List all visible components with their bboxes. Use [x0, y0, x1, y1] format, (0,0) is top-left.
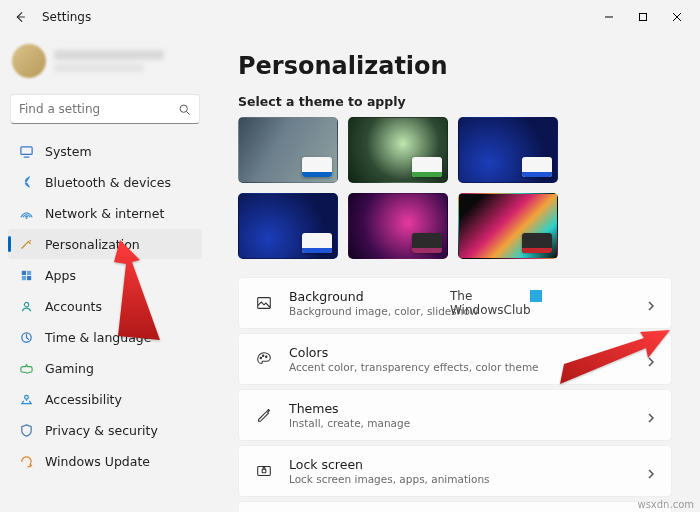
sidebar-item-time-language[interactable]: Time & language: [8, 322, 202, 352]
setting-subtitle: Install, create, manage: [289, 417, 631, 429]
minimize-button[interactable]: [592, 3, 626, 31]
svg-rect-7: [26, 275, 30, 279]
setting-row-colors[interactable]: ColorsAccent color, transparency effects…: [238, 333, 672, 385]
nav-label: Privacy & security: [45, 423, 158, 438]
search-input[interactable]: [19, 102, 178, 116]
back-arrow-icon: [13, 10, 27, 24]
page-title: Personalization: [238, 52, 672, 80]
nav-icon: [18, 267, 34, 283]
theme-thumbnail[interactable]: [238, 117, 338, 183]
theme-thumbnail[interactable]: [238, 193, 338, 259]
user-account-block[interactable]: [8, 38, 202, 90]
colors-icon: [253, 348, 275, 370]
setting-row-background[interactable]: BackgroundBackground image, color, slide…: [238, 277, 672, 329]
svg-point-14: [266, 356, 267, 357]
nav-icon: [18, 143, 34, 159]
themes-grid: [238, 117, 672, 259]
setting-row-keyboard[interactable]: Touch keyboardThemes, size: [238, 501, 672, 512]
svg-point-12: [260, 357, 261, 358]
maximize-button[interactable]: [626, 3, 660, 31]
back-button[interactable]: [6, 3, 34, 31]
svg-rect-0: [640, 14, 647, 21]
sidebar: SystemBluetooth & devicesNetwork & inter…: [0, 34, 210, 512]
theme-preview-mini: [522, 233, 552, 253]
sidebar-item-network-internet[interactable]: Network & internet: [8, 198, 202, 228]
lock-icon: [253, 460, 275, 482]
minimize-icon: [604, 12, 614, 22]
chevron-right-icon: [645, 409, 657, 421]
svg-rect-6: [21, 275, 25, 279]
nav-label: Windows Update: [45, 454, 150, 469]
nav-icon: [18, 298, 34, 314]
theme-thumbnail[interactable]: [458, 193, 558, 259]
close-button[interactable]: [660, 3, 694, 31]
setting-title: Themes: [289, 401, 631, 416]
themes-icon: [253, 404, 275, 426]
theme-preview-mini: [412, 157, 442, 177]
nav-label: Network & internet: [45, 206, 164, 221]
nav-icon: [18, 360, 34, 376]
sidebar-item-system[interactable]: System: [8, 136, 202, 166]
setting-text: ThemesInstall, create, manage: [289, 401, 631, 429]
svg-point-3: [25, 217, 27, 219]
nav-label: Time & language: [45, 330, 151, 345]
nav-icon: [18, 453, 34, 469]
setting-subtitle: Background image, color, slideshow: [289, 305, 631, 317]
app-title: Settings: [42, 10, 91, 24]
nav-icon: [18, 174, 34, 190]
settings-list: BackgroundBackground image, color, slide…: [238, 277, 672, 512]
nav-list: SystemBluetooth & devicesNetwork & inter…: [8, 136, 202, 476]
nav-icon: [18, 422, 34, 438]
nav-icon: [18, 205, 34, 221]
setting-title: Lock screen: [289, 457, 631, 472]
nav-label: Personalization: [45, 237, 140, 252]
chevron-right-icon: [645, 297, 657, 309]
sidebar-item-privacy-security[interactable]: Privacy & security: [8, 415, 202, 445]
user-text: [54, 50, 198, 72]
nav-icon: [18, 329, 34, 345]
nav-label: Accessibility: [45, 392, 122, 407]
svg-rect-16: [262, 469, 266, 473]
svg-point-13: [262, 355, 263, 356]
theme-thumbnail[interactable]: [458, 117, 558, 183]
sidebar-item-accounts[interactable]: Accounts: [8, 291, 202, 321]
setting-subtitle: Lock screen images, apps, animations: [289, 473, 631, 485]
nav-icon: [18, 236, 34, 252]
setting-row-themes[interactable]: ThemesInstall, create, manage: [238, 389, 672, 441]
chevron-right-icon: [645, 353, 657, 365]
sidebar-item-gaming[interactable]: Gaming: [8, 353, 202, 383]
nav-label: Bluetooth & devices: [45, 175, 171, 190]
close-icon: [672, 12, 682, 22]
search-box[interactable]: [10, 94, 200, 124]
theme-preview-mini: [522, 157, 552, 177]
sidebar-item-apps[interactable]: Apps: [8, 260, 202, 290]
theme-preview-mini: [302, 233, 332, 253]
search-icon: [178, 103, 191, 116]
sidebar-item-personalization[interactable]: Personalization: [8, 229, 202, 259]
sidebar-item-windows-update[interactable]: Windows Update: [8, 446, 202, 476]
chevron-right-icon: [645, 465, 657, 477]
setting-title: Background: [289, 289, 631, 304]
svg-point-10: [24, 395, 28, 399]
svg-rect-4: [21, 270, 25, 274]
sidebar-item-accessibility[interactable]: Accessibility: [8, 384, 202, 414]
nav-label: System: [45, 144, 92, 159]
theme-preview-mini: [412, 233, 442, 253]
nav-label: Apps: [45, 268, 76, 283]
content-area: Personalization Select a theme to apply …: [210, 34, 700, 512]
nav-label: Accounts: [45, 299, 102, 314]
avatar: [12, 44, 46, 78]
theme-thumbnail[interactable]: [348, 117, 448, 183]
setting-text: ColorsAccent color, transparency effects…: [289, 345, 631, 373]
setting-subtitle: Accent color, transparency effects, colo…: [289, 361, 631, 373]
svg-point-8: [24, 302, 28, 306]
maximize-icon: [638, 12, 648, 22]
theme-thumbnail[interactable]: [348, 193, 448, 259]
setting-row-lock[interactable]: Lock screenLock screen images, apps, ani…: [238, 445, 672, 497]
sidebar-item-bluetooth-devices[interactable]: Bluetooth & devices: [8, 167, 202, 197]
setting-text: BackgroundBackground image, color, slide…: [289, 289, 631, 317]
svg-rect-11: [258, 298, 271, 309]
background-icon: [253, 292, 275, 314]
nav-icon: [18, 391, 34, 407]
svg-rect-5: [26, 270, 30, 274]
